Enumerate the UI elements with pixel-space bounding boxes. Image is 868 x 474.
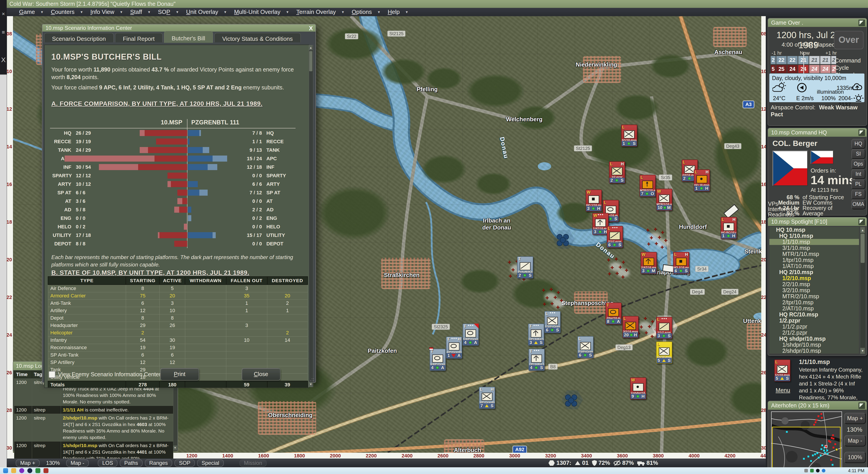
scroll-down-icon[interactable]: ▼	[309, 382, 313, 387]
tree-item-1-at-10-msp[interactable]: 1/AT/10.msp	[769, 263, 859, 269]
menu-terrain-overlay[interactable]: Terrain Overlay	[294, 8, 338, 15]
tray-dark-icon[interactable]	[816, 469, 819, 472]
toolbar-map--button[interactable]: Map +	[16, 459, 40, 467]
app-purple-icon[interactable]	[19, 468, 24, 473]
print-button[interactable]: Print	[160, 368, 199, 381]
log-scroll-down[interactable]: ▼	[173, 446, 177, 450]
expand-icon[interactable]	[859, 403, 865, 409]
unit-counter-1-1-2-pzpr[interactable]: L1/1/2.pzpr3S	[656, 317, 672, 339]
menu-info-view[interactable]: Info View	[88, 8, 117, 15]
tab-victory-status-conditions[interactable]: Victory Status & Conditions	[214, 33, 301, 42]
tree-item-3-1-10-msp[interactable]: 3/1/10.msp	[769, 245, 859, 251]
menu-staff[interactable]: Staff	[128, 8, 144, 15]
tree-item-1-1-2-pzpr[interactable]: 1/1/2.pzpr	[769, 324, 859, 330]
menu-sop[interactable]: SOP	[156, 8, 173, 15]
dialog-scrollbar[interactable]: ▲ ▼	[309, 45, 313, 387]
unit-counter-2-at-10-ms[interactable]: W2/AT/10.ms3M	[641, 252, 657, 274]
unit-counter-1-2-pzpr[interactable]: LH1/2.pzpr2S	[609, 161, 625, 183]
tray-monitor-icon[interactable]	[804, 469, 808, 472]
close-button[interactable]: Close	[242, 368, 280, 381]
tree-item-hq-10-msp[interactable]: HQ 10.msp	[769, 227, 859, 233]
app-green-icon[interactable]	[35, 468, 40, 473]
minimap-map-minus-button[interactable]: Map -	[844, 435, 866, 446]
unit-counter-hq-10-msp[interactable]: LHHQ 10.msp1H	[694, 169, 710, 191]
tray-blue-icon[interactable]	[822, 469, 826, 472]
unit-counter-2-pzjgkp-5[interactable]: T2/PzJgKp 54S	[528, 349, 545, 371]
unit-counter-2-tpr-10-m[interactable]: T2/tpr/10.m8A	[606, 303, 622, 324]
menu-counters[interactable]: Counters	[49, 8, 77, 15]
hq-tab-si[interactable]: SI	[851, 149, 865, 159]
toolbar-mission-button[interactable]: Mission	[240, 459, 267, 467]
unit-counter-pzaufklkp[interactable]: TPzAufklKp2S	[517, 256, 533, 278]
tree-item-mtr-1-10-msp[interactable]: MTR/1/10.msp	[769, 251, 859, 257]
unit-counter-1-1-10-msp[interactable]: L1/1/10.msp5S	[774, 359, 790, 381]
tab-final-report[interactable]: Final Report	[115, 33, 162, 42]
tree-item-1-shdpr-10-msp[interactable]: 1/shdpr/10.msp	[769, 342, 859, 348]
unit-counter-3-1-10-msp[interactable]: L3/1/10.msp1S	[621, 125, 637, 147]
minimap-viewport-rect[interactable]	[772, 427, 841, 474]
command-hq-title[interactable]: 10.msp Command HQ	[768, 128, 867, 137]
unit-counter-1-1-10-msp[interactable]: L1/1/10.msp5S	[656, 342, 672, 364]
app-dark-icon[interactable]	[27, 468, 32, 473]
dialog-title[interactable]: 10.msp Scenario Information Center	[42, 25, 315, 32]
tree-item-hq-2-10-msp[interactable]: HQ 2/10.msp	[769, 269, 859, 275]
unit-counter-3-pzgrenbt[interactable]: LH3/PzGrenBt7S	[479, 387, 495, 409]
toolbar-special-button[interactable]: Special	[197, 459, 224, 467]
tree-item-hq-1-10-msp[interactable]: HQ 1/10.msp	[769, 233, 859, 239]
dialog-close-button[interactable]: X	[309, 25, 313, 32]
expand-icon[interactable]	[859, 20, 865, 26]
menu-multi-unit-overlay[interactable]: Multi-Unit Overlay	[232, 8, 283, 15]
scroll-up-icon[interactable]: ▲	[309, 45, 313, 50]
unit-counter-1-shdpr-10-[interactable]: W1/shdpr/10.9H	[630, 377, 646, 399]
resize-grip[interactable]: .::	[310, 377, 315, 382]
minimap[interactable]	[771, 411, 842, 474]
unit-menu-link[interactable]: Menu	[776, 387, 790, 394]
menu-options[interactable]: Options	[349, 8, 374, 15]
tab-butcher-s-bill[interactable]: Butcher's Bill	[164, 31, 213, 43]
hq-tab-int[interactable]: Int	[851, 169, 865, 179]
spotlight-title[interactable]: 10.msp Spotlight [F10]	[768, 217, 867, 226]
game-over-title[interactable]: Game Over .	[768, 19, 867, 27]
unit-counter-hq-rc-10-m[interactable]: LHHQ RC/10.m1H	[721, 217, 737, 239]
folder-icon[interactable]	[11, 468, 16, 473]
unit-counter-2-3-pzgren[interactable]: L2/3/PzGren6S	[578, 336, 593, 358]
tree-item-1-2-pzpr[interactable]: 1/2.pzpr	[769, 318, 859, 324]
tree-item-hq-shdpr-10-msp[interactable]: HQ shdpr/10.msp	[769, 336, 859, 342]
unit-counter-1-4-pzgren[interactable]: T1/4/PzGren4A	[463, 324, 479, 346]
log-row[interactable]: 1200sitrep1/1/11 AH is combat ineffectiv…	[14, 406, 173, 414]
log-row[interactable]: 1200sitrep2/shdpr/10.msp with On Call or…	[14, 414, 173, 442]
scroll-down-icon[interactable]: ▼	[860, 348, 865, 354]
over-button[interactable]: Over	[834, 31, 864, 49]
unit-counter-mtr-1-10-m[interactable]: WMTR/1/10.m10M	[656, 189, 672, 211]
x-icon[interactable]: X	[0, 56, 7, 64]
hq-tab-ops[interactable]: Ops	[851, 159, 865, 169]
unit-counter-hq-1-10-ms[interactable]: WHQ 1/10.ms3H	[586, 190, 602, 212]
unit-counter-3-4-pzgren[interactable]: T3/4/PzGren4A	[430, 349, 446, 371]
hq-tab-pl[interactable]: PL	[851, 179, 865, 189]
toolbar-sop-button[interactable]: SOP	[175, 459, 195, 467]
unit-counter-2-1-2-pzpr[interactable]: L2/1/2.pzpr6S	[607, 226, 623, 248]
toolbar-ranges-button[interactable]: Ranges	[145, 459, 173, 467]
tray-green-icon[interactable]	[810, 469, 814, 472]
tree-item-1-2-10-msp[interactable]: 1/2/10.msp	[769, 275, 859, 281]
unit-counter-1-at-10-ms[interactable]: W1/AT/10.ms3H	[592, 213, 609, 235]
unit-counter-1-3-pzgren[interactable]: L1/3/PzGren6S	[545, 311, 561, 333]
tree-item-2-shdpr-10-msp[interactable]: 2/shdpr/10.msp	[769, 348, 859, 354]
tree-item-2-tpr-10-msp[interactable]: 2/tpr/10.msp	[769, 299, 859, 306]
hq-tab-fs[interactable]: FS	[851, 189, 865, 199]
menu-unit-overlay[interactable]: Unit Overlay	[184, 8, 220, 15]
close-icon[interactable]: ×	[0, 11, 7, 17]
tree-item-1-1-10-msp[interactable]: 1/1/10.msp	[769, 239, 859, 245]
menu-icon[interactable]: ≡	[0, 29, 7, 35]
hq-tab-hq[interactable]: HQ	[851, 139, 865, 149]
tree-scrollbar[interactable]: ▲ ▼	[860, 227, 866, 354]
tree-item-mtr-2-10-msp[interactable]: MTR/2/10.msp	[769, 293, 859, 299]
expand-icon[interactable]	[859, 219, 865, 225]
tree-item-2-2-10-msp[interactable]: 2/2/10.msp	[769, 281, 859, 287]
toolbar-map--button[interactable]: Map -	[66, 459, 89, 467]
minimap-100pct-button[interactable]: 100%	[844, 452, 866, 463]
menu-help[interactable]: Help	[385, 8, 402, 15]
view-enemy-checkbox[interactable]	[49, 371, 55, 378]
toolbar-paths-button[interactable]: Paths	[120, 459, 143, 467]
tree-item-hq-rc-10-msp[interactable]: HQ RC/10.msp	[769, 312, 859, 318]
